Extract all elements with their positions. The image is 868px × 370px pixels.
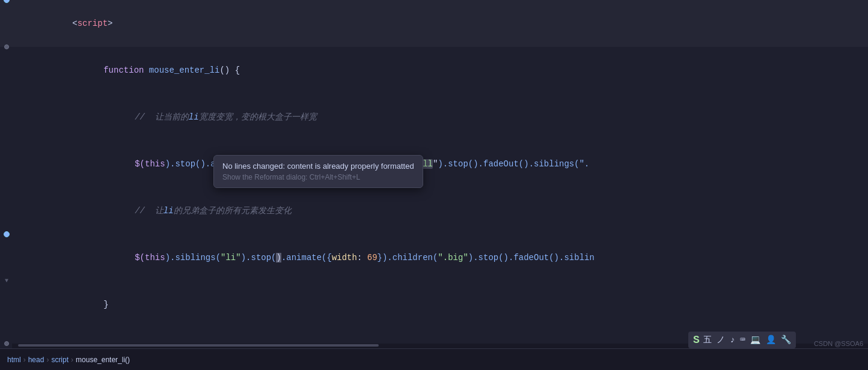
code-token: }).children( [377,253,438,262]
line-content[interactable]: } [27,281,868,328]
code-token: function [103,65,144,75]
line-content[interactable]: $(this).siblings("li").stop().animate({w… [27,234,868,281]
plugin-logo: S [693,334,700,346]
code-token: width [332,253,357,262]
line-content[interactable]: $(this).stop().animate({width: 224}, 100… [27,141,868,187]
code-token: } [103,300,108,309]
code-line: // 让当前的li宽度变宽，变的根大盒子一样宽 [0,94,868,141]
breadcrumb-head[interactable]: head [28,356,44,364]
reformat-tooltip: No lines changed: content is already pro… [213,155,423,188]
tooltip-primary-text: No lines changed: content is already pro… [222,162,414,171]
code-token: // 让当前的li宽度变宽，变的根大盒子一样宽 [135,112,316,122]
plugin-icons: 五 ノ ♪ ⌨ 💻 👤 🔧 [703,335,791,345]
breakpoint-icon[interactable] [2,0,11,4]
fold-icon[interactable]: ▼ [2,277,11,285]
code-token: .animate({ [281,253,332,262]
code-editor: <script> function mouse_enter_li() { // … [0,0,868,348]
code-line: function mouse_enter_li() { [0,47,868,94]
line-content[interactable]: function mouse_enter_li() { [27,47,868,94]
code-token: ).siblings( [165,253,221,262]
code-token: ).stop().fadeOut().siblings(". [438,159,589,169]
code-line: <script> [0,0,868,47]
breadcrumb: html › head › script › mouse_enter_li() [7,356,130,364]
line-content[interactable]: // 让li的兄弟盒子的所有元素发生变化 [27,187,868,234]
breakpoint-small-icon[interactable] [2,339,11,348]
code-token: 69 [367,253,377,262]
code-token: $( [135,253,145,262]
code-token: // 让li的兄弟盒子的所有元素发生变化 [135,206,291,216]
horizontal-scrollbar-thumb[interactable] [18,344,379,347]
breadcrumb-sep: › [46,356,49,364]
code-token: ) [276,253,281,262]
line-content[interactable]: <script> [27,0,868,47]
breakpoint-icon[interactable] [2,230,11,238]
code-token: : [357,253,367,262]
code-line: ▼ } [0,281,868,328]
csdn-credit: CSDN @SSOA6 [814,340,863,347]
breakpoint-small-icon[interactable] [2,43,11,51]
line-content[interactable]: // 让当前的li宽度变宽，变的根大盒子一样宽 [27,94,868,141]
code-line: $(this).siblings("li").stop().animate({w… [0,234,868,281]
code-token: > [108,19,112,28]
code-token: < [72,19,77,28]
status-bar: html › head › script › mouse_enter_li() [0,348,868,370]
plugin-toolbar: S 五 ノ ♪ ⌨ 💻 👤 🔧 [688,332,796,348]
breadcrumb-sep: › [23,356,26,364]
code-token: ).stop().fadeOut().siblin [468,253,594,262]
code-token: "li" [221,253,241,262]
code-token: mouse_enter_li [149,65,220,75]
breadcrumb-sep: › [71,356,73,364]
code-lines: <script> function mouse_enter_li() { // … [0,0,868,348]
breadcrumb-html[interactable]: html [7,356,21,364]
code-token: () { [219,65,240,75]
code-token: script [78,19,108,28]
code-token: $( [135,159,145,169]
code-token: this [145,253,165,262]
breadcrumb-function[interactable]: mouse_enter_li() [76,356,130,364]
tooltip-secondary-text: Show the Reformat dialog: Ctrl+Alt+Shift… [222,173,414,181]
code-token: this [145,159,165,169]
code-token: ).stop( [241,253,277,262]
code-token [144,65,148,75]
code-token: ".big" [438,253,468,262]
breadcrumb-script[interactable]: script [51,356,69,364]
code-line: // 让li的兄弟盒子的所有元素发生变化 [0,187,868,234]
code-line: $(this).stop().animate({width: 224}, 100… [0,141,868,187]
